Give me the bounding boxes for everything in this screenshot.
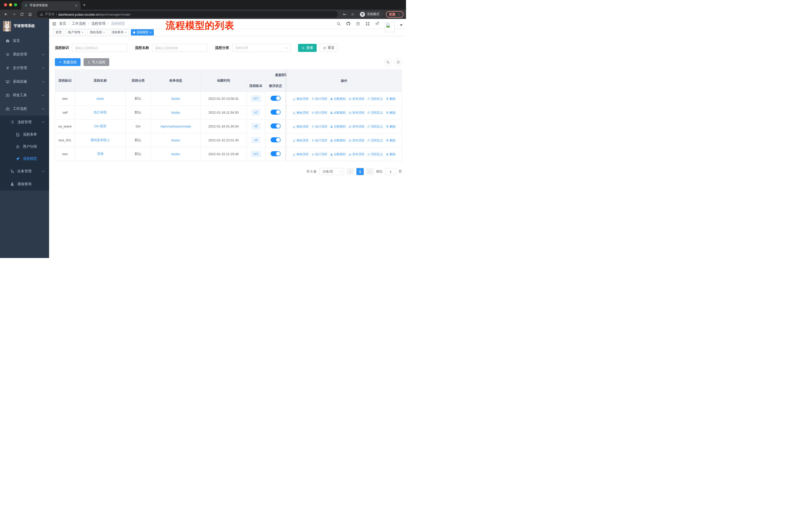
- breadcrumb-workflow[interactable]: 工作流程: [72, 21, 86, 26]
- action-design-process[interactable]: 设计流程: [311, 97, 327, 101]
- back-button[interactable]: [2, 11, 9, 18]
- page-1-button[interactable]: 1: [356, 168, 364, 175]
- action-edit-process[interactable]: 修改流程: [293, 111, 309, 115]
- action-assign-rule[interactable]: 分配规则: [330, 125, 346, 129]
- action-publish-process[interactable]: 发布流程: [349, 111, 365, 115]
- user-avatar[interactable]: [385, 22, 395, 32]
- sidebar-item-task-mgmt[interactable]: 任务管理: [0, 165, 49, 178]
- minimize-window-button[interactable]: [9, 3, 12, 6]
- window-controls[interactable]: [4, 3, 17, 6]
- action-design-process[interactable]: 设计流程: [311, 152, 327, 157]
- active-toggle[interactable]: [270, 124, 281, 129]
- search-icon[interactable]: [337, 22, 341, 26]
- hide-search-button[interactable]: [384, 58, 392, 66]
- sidebar-item-process-form[interactable]: 流程表单: [0, 129, 49, 141]
- action-edit-process[interactable]: 修改流程: [293, 97, 309, 101]
- security-label[interactable]: 不安全: [45, 12, 55, 17]
- tag-process-form[interactable]: 流程表单 ×: [109, 29, 129, 35]
- search-button[interactable]: 搜索: [298, 44, 317, 52]
- sidebar-item-home[interactable]: 首页: [0, 34, 49, 48]
- action-delete[interactable]: 删除: [386, 97, 396, 101]
- action-publish-process[interactable]: 发布流程: [349, 125, 365, 129]
- address-bar[interactable]: 不安全 dashboard.yudao.iocoder.cn/bpm/manag…: [37, 11, 338, 18]
- active-toggle[interactable]: [270, 137, 281, 142]
- action-delete[interactable]: 删除: [386, 138, 396, 143]
- create-process-button[interactable]: 新建流程: [55, 58, 81, 66]
- sidebar-fold-icon[interactable]: [49, 19, 59, 28]
- action-assign-rule[interactable]: 分配规则: [330, 152, 346, 157]
- font-size-icon[interactable]: [375, 21, 380, 26]
- form-info-link[interactable]: biubiu: [171, 97, 180, 101]
- form-info-link[interactable]: /bpm/oa/leave/create: [160, 125, 191, 128]
- process-name-link[interactable]: OA 请假: [94, 124, 106, 128]
- sidebar-item-devtools[interactable]: 研发工具: [0, 88, 49, 102]
- tag-close-icon[interactable]: ×: [125, 31, 126, 34]
- form-info-link[interactable]: biubiu: [171, 111, 180, 114]
- action-process-definition[interactable]: 流程定义: [367, 138, 383, 143]
- action-process-definition[interactable]: 流程定义: [367, 97, 383, 101]
- sidebar-item-payment[interactable]: ¥ 支付管理: [0, 61, 49, 75]
- new-tab-button[interactable]: +: [83, 2, 86, 7]
- action-publish-process[interactable]: 发布流程: [349, 97, 365, 101]
- goto-page-input[interactable]: [385, 168, 396, 175]
- action-assign-rule[interactable]: 分配规则: [330, 138, 346, 143]
- tag-close-icon[interactable]: ×: [82, 31, 83, 34]
- version-badge[interactable]: v4: [252, 137, 260, 143]
- active-toggle[interactable]: [270, 96, 281, 101]
- home-button[interactable]: [27, 11, 33, 18]
- sidebar-item-process-mgmt[interactable]: 流程管理: [0, 116, 49, 129]
- help-icon[interactable]: [356, 22, 360, 26]
- action-delete[interactable]: 删除: [386, 152, 396, 157]
- action-design-process[interactable]: 设计流程: [311, 111, 327, 115]
- tag-tenant[interactable]: 租户管理 ×: [66, 29, 86, 35]
- reset-button[interactable]: 重置: [320, 44, 338, 52]
- action-design-process[interactable]: 设计流程: [311, 125, 327, 129]
- next-page-button[interactable]: ›: [366, 168, 374, 175]
- action-publish-process[interactable]: 发布流程: [349, 152, 365, 157]
- action-assign-rule[interactable]: 分配规则: [330, 111, 346, 115]
- tag-close-icon[interactable]: ×: [103, 31, 105, 34]
- process-name-link[interactable]: 自己审批: [94, 110, 107, 114]
- process-name-link[interactable]: eeee: [97, 97, 104, 101]
- refresh-table-button[interactable]: [395, 58, 402, 66]
- sidebar-item-user-group[interactable]: 用户分组: [0, 141, 49, 153]
- sidebar-item-workflow[interactable]: 工作流程: [0, 102, 49, 116]
- breadcrumb-process-mgmt[interactable]: 流程管理: [91, 21, 106, 26]
- close-window-button[interactable]: [4, 3, 7, 6]
- form-info-link[interactable]: biubiu: [171, 138, 180, 142]
- process-name-link[interactable]: 测试多审批人: [90, 138, 110, 142]
- forward-button[interactable]: [10, 11, 17, 18]
- action-edit-process[interactable]: 修改流程: [293, 138, 309, 143]
- action-process-definition[interactable]: 流程定义: [367, 152, 383, 157]
- action-process-definition[interactable]: 流程定义: [367, 111, 383, 115]
- version-badge[interactable]: v21: [251, 151, 261, 157]
- version-badge[interactable]: v17: [251, 96, 261, 102]
- tab-close-button[interactable]: ×: [75, 3, 78, 7]
- version-badge[interactable]: v5: [252, 123, 260, 129]
- action-assign-rule[interactable]: 分配规则: [330, 97, 346, 101]
- tag-home[interactable]: 首页: [53, 29, 64, 35]
- tag-process-model[interactable]: 流程模型 ×: [131, 29, 154, 35]
- active-toggle[interactable]: [270, 151, 281, 156]
- caret-down-icon[interactable]: [400, 24, 403, 26]
- import-process-button[interactable]: 导入流程: [84, 58, 109, 66]
- category-select[interactable]: 流程分类: [232, 44, 290, 52]
- active-toggle[interactable]: [270, 110, 281, 115]
- sidebar-item-leave-query[interactable]: 请假查询: [0, 178, 49, 190]
- version-badge[interactable]: v2: [252, 109, 260, 115]
- action-edit-process[interactable]: 修改流程: [293, 152, 309, 157]
- tag-close-icon[interactable]: ×: [150, 31, 151, 34]
- action-process-definition[interactable]: 流程定义: [367, 125, 383, 129]
- prev-page-button[interactable]: ‹: [347, 168, 354, 175]
- process-name-link[interactable]: 滔博: [97, 152, 104, 156]
- action-publish-process[interactable]: 发布流程: [349, 138, 365, 143]
- process-name-input[interactable]: [152, 44, 207, 52]
- sidebar-item-system[interactable]: 系统管理: [0, 48, 49, 61]
- action-edit-process[interactable]: 修改流程: [293, 125, 309, 129]
- action-delete[interactable]: 删除: [386, 111, 396, 115]
- github-icon[interactable]: [346, 21, 351, 26]
- sidebar-item-process-model[interactable]: 流程模型: [0, 153, 49, 165]
- zoom-window-button[interactable]: [14, 3, 17, 6]
- form-info-link[interactable]: biubiu: [171, 152, 180, 156]
- breadcrumb-home[interactable]: 首页: [59, 21, 66, 26]
